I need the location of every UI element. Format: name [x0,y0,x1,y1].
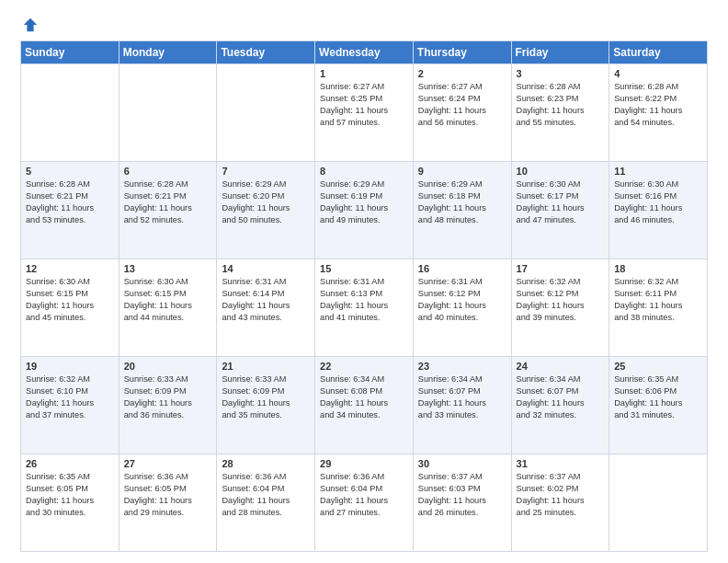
day-info: Sunrise: 6:34 AM Sunset: 6:08 PM Dayligh… [320,373,408,421]
day-info: Sunrise: 6:31 AM Sunset: 6:13 PM Dayligh… [320,276,408,324]
calendar-cell: 25Sunrise: 6:35 AM Sunset: 6:06 PM Dayli… [609,357,708,454]
day-number: 26 [26,458,114,469]
day-number: 24 [517,361,605,372]
day-info: Sunrise: 6:30 AM Sunset: 6:15 PM Dayligh… [124,276,212,324]
calendar-cell: 18Sunrise: 6:32 AM Sunset: 6:11 PM Dayli… [609,259,708,357]
calendar-cell: 17Sunrise: 6:32 AM Sunset: 6:12 PM Dayli… [511,259,609,357]
day-info: Sunrise: 6:27 AM Sunset: 6:24 PM Dayligh… [418,81,506,129]
calendar-cell [21,64,119,162]
calendar-cell [217,64,315,162]
day-info: Sunrise: 6:30 AM Sunset: 6:15 PM Dayligh… [26,276,114,324]
calendar-cell: 20Sunrise: 6:33 AM Sunset: 6:09 PM Dayli… [119,357,217,454]
day-info: Sunrise: 6:28 AM Sunset: 6:21 PM Dayligh… [124,178,212,226]
calendar-cell: 3Sunrise: 6:28 AM Sunset: 6:23 PM Daylig… [511,64,609,162]
calendar-cell: 2Sunrise: 6:27 AM Sunset: 6:24 PM Daylig… [413,64,511,162]
calendar-cell: 23Sunrise: 6:34 AM Sunset: 6:07 PM Dayli… [413,357,511,454]
day-number: 29 [320,458,408,469]
calendar-cell: 16Sunrise: 6:31 AM Sunset: 6:12 PM Dayli… [413,259,511,357]
day-number: 23 [418,361,506,372]
weekday-header-monday: Monday [119,41,217,64]
day-info: Sunrise: 6:32 AM Sunset: 6:10 PM Dayligh… [26,373,114,421]
day-info: Sunrise: 6:28 AM Sunset: 6:23 PM Dayligh… [517,81,605,129]
header [20,17,708,33]
calendar-cell: 31Sunrise: 6:37 AM Sunset: 6:02 PM Dayli… [511,454,609,552]
calendar-cell [119,64,217,162]
calendar-cell: 24Sunrise: 6:34 AM Sunset: 6:07 PM Dayli… [511,357,609,454]
day-number: 18 [614,263,702,274]
day-number: 31 [517,458,605,469]
day-number: 30 [418,458,506,469]
calendar-cell: 6Sunrise: 6:28 AM Sunset: 6:21 PM Daylig… [119,162,217,259]
day-info: Sunrise: 6:32 AM Sunset: 6:11 PM Dayligh… [614,276,702,324]
calendar-cell: 8Sunrise: 6:29 AM Sunset: 6:19 PM Daylig… [315,162,414,259]
calendar-cell: 22Sunrise: 6:34 AM Sunset: 6:08 PM Dayli… [315,357,414,454]
calendar-cell: 30Sunrise: 6:37 AM Sunset: 6:03 PM Dayli… [413,454,511,552]
day-info: Sunrise: 6:27 AM Sunset: 6:25 PM Dayligh… [320,81,408,129]
day-info: Sunrise: 6:29 AM Sunset: 6:19 PM Dayligh… [320,178,408,226]
svg-marker-0 [24,18,37,31]
calendar-cell [609,454,708,552]
day-number: 8 [320,166,408,177]
calendar-cell: 12Sunrise: 6:30 AM Sunset: 6:15 PM Dayli… [21,259,119,357]
day-info: Sunrise: 6:36 AM Sunset: 6:05 PM Dayligh… [124,471,212,519]
calendar-cell: 11Sunrise: 6:30 AM Sunset: 6:16 PM Dayli… [609,162,708,259]
day-info: Sunrise: 6:30 AM Sunset: 6:16 PM Dayligh… [614,178,702,226]
day-info: Sunrise: 6:31 AM Sunset: 6:12 PM Dayligh… [418,276,506,324]
calendar-cell: 19Sunrise: 6:32 AM Sunset: 6:10 PM Dayli… [21,357,119,454]
day-number: 10 [517,166,605,177]
weekday-header-thursday: Thursday [413,41,511,64]
week-row-2: 12Sunrise: 6:30 AM Sunset: 6:15 PM Dayli… [21,259,708,357]
day-number: 3 [517,68,605,79]
logo-icon [22,17,39,33]
page: SundayMondayTuesdayWednesdayThursdayFrid… [0,0,728,563]
calendar-cell: 4Sunrise: 6:28 AM Sunset: 6:22 PM Daylig… [609,64,708,162]
day-info: Sunrise: 6:35 AM Sunset: 6:06 PM Dayligh… [614,373,702,421]
calendar-cell: 5Sunrise: 6:28 AM Sunset: 6:21 PM Daylig… [21,162,119,259]
weekday-header-saturday: Saturday [609,41,708,64]
day-number: 9 [418,166,506,177]
day-number: 28 [222,458,310,469]
day-number: 5 [26,166,114,177]
week-row-1: 5Sunrise: 6:28 AM Sunset: 6:21 PM Daylig… [21,162,708,259]
calendar-cell: 14Sunrise: 6:31 AM Sunset: 6:14 PM Dayli… [217,259,315,357]
day-number: 6 [124,166,212,177]
day-info: Sunrise: 6:37 AM Sunset: 6:02 PM Dayligh… [517,471,605,519]
day-number: 21 [222,361,310,372]
day-number: 16 [418,263,506,274]
weekday-header-friday: Friday [511,41,609,64]
day-number: 13 [124,263,212,274]
weekday-header-sunday: Sunday [21,41,119,64]
calendar-cell: 15Sunrise: 6:31 AM Sunset: 6:13 PM Dayli… [315,259,414,357]
calendar-cell: 7Sunrise: 6:29 AM Sunset: 6:20 PM Daylig… [217,162,315,259]
day-number: 20 [124,361,212,372]
day-number: 15 [320,263,408,274]
day-number: 1 [320,68,408,79]
weekday-header-tuesday: Tuesday [217,41,315,64]
day-number: 27 [124,458,212,469]
day-info: Sunrise: 6:36 AM Sunset: 6:04 PM Dayligh… [222,471,310,519]
day-info: Sunrise: 6:30 AM Sunset: 6:17 PM Dayligh… [517,178,605,226]
day-number: 11 [614,166,702,177]
calendar-cell: 1Sunrise: 6:27 AM Sunset: 6:25 PM Daylig… [315,64,414,162]
calendar-cell: 26Sunrise: 6:35 AM Sunset: 6:05 PM Dayli… [21,454,119,552]
day-info: Sunrise: 6:31 AM Sunset: 6:14 PM Dayligh… [222,276,310,324]
weekday-header-wednesday: Wednesday [315,41,414,64]
day-number: 17 [517,263,605,274]
calendar-cell: 10Sunrise: 6:30 AM Sunset: 6:17 PM Dayli… [511,162,609,259]
day-info: Sunrise: 6:28 AM Sunset: 6:22 PM Dayligh… [614,81,702,129]
day-info: Sunrise: 6:33 AM Sunset: 6:09 PM Dayligh… [124,373,212,421]
calendar-cell: 13Sunrise: 6:30 AM Sunset: 6:15 PM Dayli… [119,259,217,357]
calendar-cell: 21Sunrise: 6:33 AM Sunset: 6:09 PM Dayli… [217,357,315,454]
day-number: 19 [26,361,114,372]
day-info: Sunrise: 6:36 AM Sunset: 6:04 PM Dayligh… [320,471,408,519]
week-row-3: 19Sunrise: 6:32 AM Sunset: 6:10 PM Dayli… [21,357,708,454]
day-number: 14 [222,263,310,274]
day-number: 25 [614,361,702,372]
calendar-cell: 29Sunrise: 6:36 AM Sunset: 6:04 PM Dayli… [315,454,414,552]
calendar-cell: 28Sunrise: 6:36 AM Sunset: 6:04 PM Dayli… [217,454,315,552]
day-info: Sunrise: 6:28 AM Sunset: 6:21 PM Dayligh… [26,178,114,226]
logo [20,17,39,33]
calendar-cell: 27Sunrise: 6:36 AM Sunset: 6:05 PM Dayli… [119,454,217,552]
day-info: Sunrise: 6:29 AM Sunset: 6:18 PM Dayligh… [418,178,506,226]
day-number: 2 [418,68,506,79]
